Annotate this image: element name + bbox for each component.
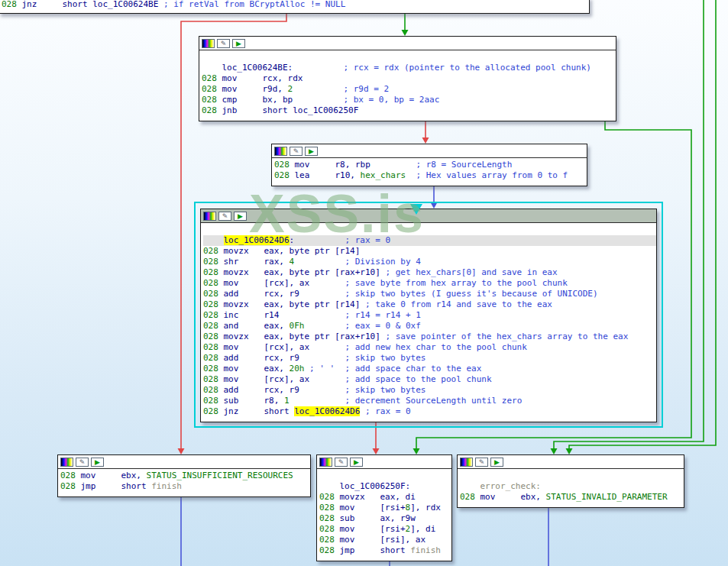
code-token: 028	[203, 342, 224, 352]
code-token: ; save byte from hex array to the pool c…	[345, 278, 567, 288]
node-color-icon[interactable]	[460, 458, 473, 467]
node-group-icon[interactable]: ▶	[232, 39, 245, 48]
code-token: mov rcx, rdx	[222, 73, 303, 83]
code-token: movzx eax, di	[340, 492, 416, 502]
node-group-icon[interactable]: ▶	[305, 147, 318, 156]
code-line: 028 mov eax, 20h ; ' ' ; add space char …	[203, 364, 656, 374]
code-token: ; if retVal from BCryptAlloc != NULL	[163, 0, 345, 9]
node-title-bar[interactable]: ✎▶	[458, 455, 684, 469]
code-token: movzx eax, byte ptr [rax+r10]	[224, 332, 386, 341]
node-loc-1C00624BE[interactable]: ✎▶ loc_1C00624BE: ; rcx = rdx (pointer t…	[199, 36, 616, 121]
code-token: and eax,	[224, 321, 290, 331]
code-token: cmp bx, bp	[222, 95, 344, 105]
code-token: ; take 0 from r14 and save to the eax	[365, 299, 552, 309]
node-color-icon[interactable]	[202, 39, 215, 48]
node-color-icon[interactable]	[60, 458, 73, 467]
code-token: ; save pointer of the hex_chars array to…	[385, 332, 628, 341]
node-group-icon[interactable]: ▶	[91, 458, 104, 467]
node-title-bar[interactable]: ✎▶	[317, 455, 451, 469]
code-token	[290, 396, 345, 406]
code-token	[460, 481, 480, 491]
node-edit-icon[interactable]: ✎	[217, 39, 230, 48]
code-token: ], rdx	[410, 503, 441, 513]
node-color-icon[interactable]	[203, 212, 216, 221]
graph-view[interactable]: 028 jnz short loc_1C00624BE ; if retVal …	[0, 0, 728, 566]
node-insufficient-resources[interactable]: ✎▶028 mov ebx, STATUS_INSUFFICIENT_RESOU…	[57, 454, 311, 497]
code-token: :	[290, 235, 345, 245]
code-token: 028	[203, 332, 224, 341]
node-hexchars-setup[interactable]: ✎▶028 mov r8, rbp ; r8 = SourceLength028…	[271, 144, 587, 186]
code-token: movzx eax, byte ptr [r14]	[224, 246, 361, 256]
code-line	[202, 52, 616, 63]
code-token: finish	[151, 481, 182, 491]
node-edit-icon[interactable]: ✎	[76, 458, 89, 467]
edge-arrowhead	[431, 202, 438, 209]
code-token: mov [rsi+	[340, 503, 406, 513]
code-line: 028 movzx eax, byte ptr [r14]	[203, 246, 656, 257]
code-token: 028	[202, 84, 222, 94]
code-line: 028 mov rcx, rdx	[202, 73, 616, 84]
node-group-icon[interactable]: ▶	[234, 212, 247, 221]
code-token: STATUS_INSUFFICIENT_RESOURCES	[147, 471, 293, 480]
node-loc-1C006250F[interactable]: ✎▶ loc_1C006250F:028 movzx eax, di028 mo…	[316, 454, 452, 561]
node-edit-icon[interactable]: ✎	[290, 147, 303, 156]
code-token: 028	[202, 95, 222, 105]
code-token: 028	[203, 374, 224, 384]
node-group-icon[interactable]: ▶	[350, 458, 363, 467]
node-title-bar[interactable]: ✎▶	[199, 37, 616, 50]
node-color-icon[interactable]	[319, 458, 332, 467]
code-line: 028 mov [rcx], ax ; save byte from hex a…	[203, 278, 656, 289]
code-token: ; get hex_chars[0] and save in eax	[385, 267, 557, 277]
node-code: 028 mov r8, rbp ; r8 = SourceLength028 l…	[272, 158, 587, 182]
code-token: ; ' '	[309, 364, 335, 374]
code-token: mov [rcx], ax	[224, 278, 345, 288]
node-loc-1C00624D6-loop[interactable]: ✎▶ loc_1C00624D6: ; rax = 0028 movzx eax…	[200, 209, 657, 422]
node-edit-icon[interactable]: ✎	[335, 458, 348, 467]
code-token: ; skip two bytes (I guess it's because o…	[345, 289, 597, 299]
node-color-icon[interactable]	[274, 147, 287, 156]
code-token: 028	[203, 257, 224, 267]
code-token: 028	[203, 310, 224, 320]
code-token: 028	[203, 289, 224, 299]
code-token: loc_1C00624D6	[224, 235, 290, 245]
node-title-bar[interactable]: ✎▶	[201, 209, 656, 223]
node-title-bar[interactable]: ✎▶	[272, 144, 587, 158]
code-token: 028	[319, 535, 340, 545]
edge-arrowhead	[413, 448, 420, 454]
node-jnz-entry[interactable]: 028 jnz short loc_1C00624BE ; if retVal …	[0, 0, 590, 14]
code-token: loc_1C006250F:	[319, 481, 410, 491]
code-line: 028 mov r9d, 2 ; r9d = 2	[202, 84, 616, 95]
code-line: 028 mov ebx, STATUS_INSUFFICIENT_RESOURC…	[60, 471, 310, 481]
code-token: mov [rsi], ax	[340, 535, 426, 545]
code-token: 028	[202, 73, 222, 83]
code-token: ; r8 = SourceLength	[416, 160, 512, 170]
code-line: loc_1C00624BE: ; rcx = rdx (pointer to t…	[202, 63, 616, 73]
code-line	[460, 471, 684, 481]
code-token: ; eax = 0 & 0xf	[345, 321, 420, 331]
code-line: loc_1C00624D6: ; rax = 0	[203, 235, 656, 246]
code-token: mov r9d,	[222, 84, 288, 94]
code-token	[293, 84, 343, 94]
code-token: ; r9d = 2	[343, 84, 389, 94]
code-token: 20h	[290, 364, 305, 374]
node-error-check[interactable]: ✎▶ error_check:028 mov ebx, STATUS_INVAL…	[457, 454, 684, 508]
code-line: error_check:	[460, 481, 684, 492]
code-token: 028	[460, 492, 480, 502]
code-token: sub r8,	[224, 396, 284, 406]
node-edit-icon[interactable]: ✎	[218, 212, 231, 221]
node-group-icon[interactable]: ▶	[490, 458, 503, 467]
code-token	[406, 170, 416, 180]
code-line: 028 jmp short finish	[319, 545, 451, 556]
node-edit-icon[interactable]: ✎	[475, 458, 488, 467]
code-token	[294, 257, 345, 267]
code-line: 028 mov [rsi], ax	[319, 535, 451, 545]
code-token: ; Division by 4	[345, 257, 420, 267]
code-token	[304, 321, 345, 331]
code-token: mov [rcx], ax	[224, 342, 345, 352]
node-code: loc_1C00624D6: ; rax = 0028 movzx eax, b…	[201, 223, 656, 418]
code-token: 028	[319, 503, 340, 513]
node-title-bar[interactable]: ✎▶	[58, 455, 310, 469]
code-token: 028	[203, 299, 224, 309]
code-token: jmp short	[340, 545, 411, 555]
code-token: ; add space to the pool chunk	[345, 374, 491, 384]
